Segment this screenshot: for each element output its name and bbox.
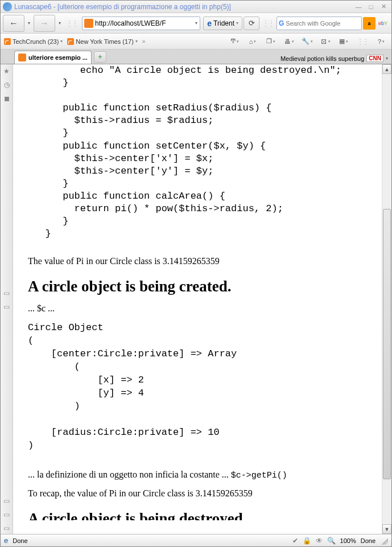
star-icon[interactable]: ★ xyxy=(2,67,11,76)
inline-code: $c->getPi() xyxy=(231,471,287,480)
url-text[interactable]: http://localhost/LWEB/F xyxy=(95,19,193,27)
minimize-button[interactable]: — xyxy=(353,2,364,11)
ticker-source-badge: CNN xyxy=(366,55,383,62)
eye-icon[interactable]: 👁 xyxy=(316,537,323,545)
ebay-button[interactable]: ebY xyxy=(377,17,389,30)
tool-text-button[interactable]: Ͳ▾ xyxy=(228,36,241,47)
clock-icon[interactable]: ◷ xyxy=(2,80,11,89)
tab-bar: ulteriore esempio ... + Medieval potion … xyxy=(1,50,391,64)
toolbar-grip-icon: ⋮⋮ xyxy=(66,19,77,27)
ticker-headline: Medieval potion kills superbug xyxy=(280,55,364,62)
preformatted-output: Circle Object ( [center:Circle:private] … xyxy=(28,322,372,452)
url-dropdown-icon[interactable]: ▾ xyxy=(193,15,200,32)
heading: A circle object is being created. xyxy=(28,278,372,295)
back-button[interactable]: ← xyxy=(3,15,24,32)
forward-button[interactable]: → xyxy=(34,15,55,32)
bookmark-label: New York Times (17) xyxy=(76,38,133,45)
paragraph: The value of Pi in our Circle class is 3… xyxy=(28,256,372,266)
folder-icon[interactable]: ▭ xyxy=(2,510,11,519)
rss-sidebar-icon[interactable]: ◼ xyxy=(2,94,11,103)
toolbar-grip-icon: ⋮⋮ xyxy=(262,19,274,27)
tool-grid-button[interactable]: ▦▾ xyxy=(337,36,350,47)
left-sidebar: ★ ◷ ◼ ▭ ▭ ▭ ▭ ▭ xyxy=(1,64,13,534)
folder-icon[interactable]: ▭ xyxy=(2,289,11,298)
page-content: echo "A circle object is being destroyed… xyxy=(13,64,382,534)
scroll-down-button[interactable]: ▼ xyxy=(382,524,391,534)
overflow-icon[interactable]: » xyxy=(142,38,146,44)
tab-active[interactable]: ulteriore esempio ... xyxy=(14,51,92,64)
address-bar[interactable]: http://localhost/LWEB/F ▾ xyxy=(82,17,200,30)
content-area: ★ ◷ ◼ ▭ ▭ ▭ ▭ ▭ echo "A circle object is… xyxy=(1,64,391,534)
help-button[interactable]: ?▾ xyxy=(374,36,388,47)
scroll-up-button[interactable]: ▲ xyxy=(382,64,391,74)
rss-icon xyxy=(4,38,11,45)
tool-block-button[interactable]: ⛝▾ xyxy=(319,36,332,47)
tool-window-button[interactable]: ❐▾ xyxy=(264,36,278,47)
bookmark-nyt[interactable]: New York Times (17) ▾ xyxy=(67,38,137,45)
app-icon xyxy=(3,2,12,11)
rendering-engine-selector[interactable]: e Trident ▾ xyxy=(203,17,242,30)
amazon-button[interactable]: a xyxy=(363,17,376,30)
status-text-left: Done xyxy=(13,537,27,544)
site-icon xyxy=(84,19,93,28)
scroll-thumb[interactable] xyxy=(383,209,391,479)
rss-icon xyxy=(67,38,74,45)
window-title: Lunascape6 - [ulteriore esempio di progr… xyxy=(14,3,353,11)
paragraph: ... la definizione di un oggetto non inf… xyxy=(28,470,372,480)
maximize-button[interactable]: □ xyxy=(365,2,377,11)
bookmark-label: TechCrunch (23) xyxy=(13,38,59,45)
bookmark-techcrunch[interactable]: TechCrunch (23) ▾ xyxy=(4,38,63,45)
toolbar-grip-icon: ⋮⋮ xyxy=(357,38,368,46)
reload-button[interactable]: ⟳ xyxy=(244,17,259,30)
window-titlebar: Lunascape6 - [ulteriore esempio di progr… xyxy=(1,1,391,13)
shield-icon[interactable]: ✔ xyxy=(292,537,298,545)
ie-icon: e xyxy=(4,536,8,545)
search-bar[interactable]: G ▾ xyxy=(277,17,362,30)
bookmarks-toolbar: TechCrunch (23) ▾ New York Times (17) ▾ … xyxy=(1,34,391,50)
engine-label: Trident xyxy=(213,19,234,27)
text-span: ... la definizione di un oggetto non inf… xyxy=(28,470,231,479)
zoom-icon[interactable]: 🔍 xyxy=(327,537,336,545)
tool-print-button[interactable]: 🖶▾ xyxy=(282,36,296,47)
tab-title: ulteriore esempio ... xyxy=(28,54,88,61)
vertical-scrollbar[interactable]: ▲ ▼ xyxy=(382,64,391,534)
back-menu-icon[interactable]: ▾ xyxy=(26,15,32,32)
chevron-down-icon: ▾ xyxy=(236,20,238,26)
main-toolbar: ← ▾ → ▾ ⋮⋮ http://localhost/LWEB/F ▾ e T… xyxy=(1,13,391,34)
code-block: echo "A circle object is being destroyed… xyxy=(28,64,372,240)
forward-menu-icon[interactable]: ▾ xyxy=(56,15,63,32)
chevron-down-icon: ▾ xyxy=(60,39,63,44)
resize-grip[interactable] xyxy=(380,537,388,545)
status-bar: e Done ✔ 🔒 👁 🔍 100% Done xyxy=(1,534,391,546)
lock-icon[interactable]: 🔒 xyxy=(303,537,311,545)
close-button[interactable]: ✕ xyxy=(378,2,389,11)
tool-home-button[interactable]: ⌂▾ xyxy=(246,36,259,47)
paragraph: ... $c ... xyxy=(28,303,372,314)
heading-cutoff: A circle object is being destroyed. xyxy=(28,510,372,520)
search-input[interactable] xyxy=(286,20,364,27)
scroll-track[interactable] xyxy=(382,74,391,524)
zoom-level[interactable]: 100% xyxy=(340,537,356,544)
status-text-right: Done xyxy=(361,537,376,544)
tool-settings-button[interactable]: 🔧▾ xyxy=(300,36,314,47)
paragraph: To recap, the value of Pi in our Circle … xyxy=(28,488,372,499)
chevron-down-icon: ▾ xyxy=(386,56,388,61)
news-ticker[interactable]: Medieval potion kills superbug CNN ▾ xyxy=(280,55,390,62)
folder-icon[interactable]: ▭ xyxy=(2,524,11,533)
folder-icon[interactable]: ▭ xyxy=(2,302,11,311)
google-icon: G xyxy=(279,19,284,27)
new-tab-button[interactable]: + xyxy=(94,51,106,63)
folder-icon[interactable]: ▭ xyxy=(2,496,11,505)
tab-favicon xyxy=(18,54,26,61)
trident-icon: e xyxy=(207,19,212,28)
chevron-down-icon: ▾ xyxy=(135,39,138,44)
